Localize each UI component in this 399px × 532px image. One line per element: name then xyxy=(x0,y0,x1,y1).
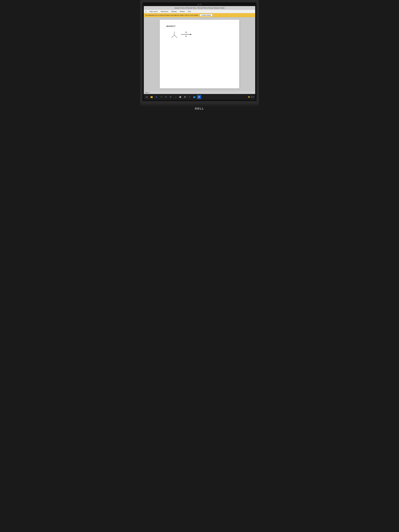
reagent-top: Cl2 xyxy=(185,32,187,33)
camera-row xyxy=(144,4,255,6)
svg-line-2 xyxy=(174,35,177,38)
svg-line-1 xyxy=(171,35,174,38)
page-number: Page: 2 xyxy=(145,92,149,93)
menu-item-insert[interactable]: rt xyxy=(145,10,147,13)
dell-logo-label: DELL xyxy=(195,106,204,111)
svg-rect-8 xyxy=(194,97,194,97)
taskbar-icon-settings[interactable]: ⚙ xyxy=(169,95,173,99)
taskbar-icon-word[interactable]: W xyxy=(197,95,201,99)
webcam-dot xyxy=(197,4,199,5)
title-bar-text: Question 5.docx (Protected View) - Micro… xyxy=(175,7,225,9)
reaction-arrow xyxy=(181,34,191,35)
menu-item-references[interactable]: References xyxy=(160,10,169,13)
arrow-shaft xyxy=(181,34,190,35)
reaction-arrow-area: Cl2 hv xyxy=(181,32,191,37)
menu-item-page-layout[interactable]: Page Layout xyxy=(149,10,158,13)
title-bar: Question 5.docx (Protected View) - Micro… xyxy=(144,6,255,10)
molecule-structure xyxy=(169,30,180,39)
taskbar-icon-mail[interactable]: ✉ xyxy=(164,95,168,99)
taskbar: ⊞ 🛍 🛡 ✉ ⚙ xyxy=(144,94,255,100)
protected-view-bar: file originated from an Internet locatio… xyxy=(144,13,255,17)
menu-bar: rt Page Layout References Mailings Revie… xyxy=(144,10,255,13)
arrow-head xyxy=(190,34,191,35)
svg-rect-9 xyxy=(194,97,195,97)
taskbar-icon-calendar[interactable] xyxy=(192,95,196,99)
svg-point-5 xyxy=(180,97,181,97)
taskbar-icon-snip[interactable]: ✂ xyxy=(188,95,192,99)
status-bar: Page: 2 xyxy=(144,91,255,94)
menu-item-mailings[interactable]: Mailings xyxy=(171,10,177,13)
taskbar-icon-task-view[interactable]: ⊞ xyxy=(145,95,149,99)
doc-page: Question 5 xyxy=(160,20,239,89)
laptop-outer: Question 5.docx (Protected View) - Micro… xyxy=(140,0,259,101)
screen-bezel: Question 5.docx (Protected View) - Micro… xyxy=(142,2,256,101)
weather-temp: 27°C xyxy=(251,96,254,98)
taskbar-icon-store[interactable]: 🛍 xyxy=(154,95,158,99)
taskbar-icon-edge[interactable] xyxy=(173,95,177,99)
taskbar-right: 27°C xyxy=(248,96,254,98)
laptop-bottom xyxy=(140,101,259,104)
menu-item-view[interactable]: View xyxy=(187,10,191,13)
taskbar-icon-photos[interactable]: 🖼 xyxy=(183,95,187,99)
weather-sun-icon xyxy=(248,96,250,98)
taskbar-icon-antivirus[interactable]: 🛡 xyxy=(159,95,163,99)
laptop-base xyxy=(140,104,259,106)
taskbar-icon-file-explorer[interactable] xyxy=(150,95,154,99)
protected-warning-text: file originated from an Internet locatio… xyxy=(146,14,198,16)
enable-editing-button[interactable]: Enable Editing xyxy=(200,14,212,16)
indicator-dot xyxy=(200,4,202,5)
menu-item-review[interactable]: Review xyxy=(179,10,185,13)
reagent-bottom: hv xyxy=(185,35,187,37)
screen: Question 5.docx (Protected View) - Micro… xyxy=(144,6,255,100)
reaction-container: Cl2 hv xyxy=(169,30,233,39)
question-title: Question 5 xyxy=(166,25,233,27)
svg-rect-7 xyxy=(193,96,195,97)
taskbar-icon-chrome[interactable] xyxy=(178,95,182,99)
doc-area: Question 5 xyxy=(144,17,255,91)
